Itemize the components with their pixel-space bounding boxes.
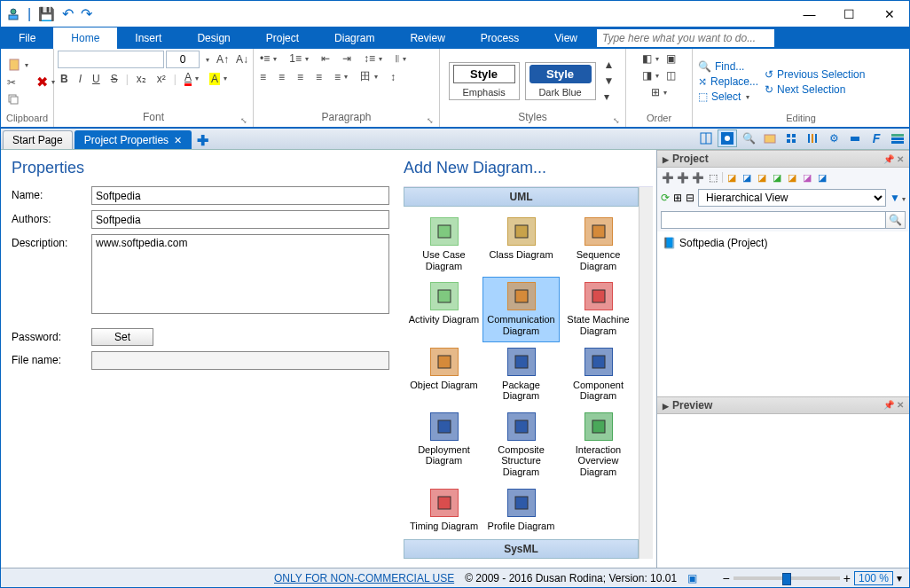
next-selection-button[interactable]: ↻Next Selection	[763, 82, 867, 97]
close-button[interactable]: ✕	[869, 1, 909, 27]
menu-design[interactable]: Design	[179, 27, 247, 49]
close-icon[interactable]: ✕	[174, 135, 182, 146]
menu-diagram[interactable]: Diagram	[317, 27, 392, 49]
zoom-in-button[interactable]: +	[843, 571, 851, 585]
style-up-icon[interactable]: ▲	[601, 57, 617, 73]
name-input[interactable]	[91, 186, 389, 205]
search-icon[interactable]: 🔍	[886, 211, 906, 229]
tree-expand-icon[interactable]: ⊞	[673, 192, 682, 204]
decrease-font-icon[interactable]: A↓	[233, 51, 251, 67]
diagram-item[interactable]: Activity Diagram	[405, 277, 482, 341]
increase-font-icon[interactable]: A↑	[214, 51, 231, 67]
project-tree[interactable]: 📘 Softpedia (Project)	[657, 231, 909, 396]
borders-button[interactable]: 田	[357, 67, 380, 86]
align-right-icon[interactable]: ≡	[294, 69, 306, 85]
menu-view[interactable]: View	[537, 27, 595, 49]
highlight-button[interactable]: A	[207, 71, 230, 87]
panel-icon-10[interactable]	[888, 129, 907, 147]
diagram-item[interactable]: Interaction Overview Diagram	[560, 407, 637, 483]
align-v-button[interactable]: ≡	[332, 69, 350, 85]
diagram-item[interactable]: Sequence Diagram	[560, 212, 637, 277]
tree-collapse-icon[interactable]: ⊟	[686, 192, 694, 204]
bullets-button[interactable]: •≡	[257, 51, 279, 67]
pt-icon-11[interactable]: ◪	[815, 170, 829, 184]
pt-icon-3[interactable]: ➕	[691, 170, 705, 184]
refresh-icon[interactable]: ⟳	[661, 192, 670, 204]
description-input[interactable]: www.softpedia.com	[91, 234, 389, 314]
project-search-input[interactable]	[661, 211, 886, 229]
font-color-button[interactable]: A	[182, 69, 201, 88]
diagram-item[interactable]: Profile Diagram	[482, 483, 560, 537]
ungroup-icon[interactable]: ◫	[663, 67, 679, 83]
font-size-dropdown[interactable]	[201, 54, 212, 66]
menu-home[interactable]: Home	[53, 27, 117, 49]
style-emphasis[interactable]: Style Emphasis	[449, 62, 520, 100]
style-dark-blue[interactable]: Style Dark Blue	[525, 62, 596, 100]
find-button[interactable]: 🔍Find...	[696, 59, 760, 74]
panel-icon-4[interactable]	[760, 129, 780, 147]
pt-icon-4[interactable]: ⬚	[706, 170, 720, 184]
diagram-item[interactable]: Composite Structure Diagram	[482, 407, 560, 483]
pt-icon-2[interactable]: ➕	[676, 170, 690, 184]
diagram-item[interactable]: Communication Diagram	[482, 277, 560, 341]
panel-icon-5[interactable]	[781, 129, 801, 147]
panel-icon-2[interactable]	[718, 129, 737, 147]
paste-button[interactable]	[4, 56, 31, 74]
diagram-item[interactable]: Component Diagram	[560, 342, 637, 407]
select-button[interactable]: ⬚Select	[696, 90, 760, 104]
panel-icon-8[interactable]	[845, 129, 865, 147]
italic-button[interactable]: I	[76, 71, 84, 87]
font-name-input[interactable]	[58, 51, 164, 68]
align-left-icon[interactable]: ≡	[257, 69, 269, 85]
menu-file[interactable]: File	[1, 27, 53, 49]
panel-icon-7[interactable]: ⚙	[824, 129, 843, 147]
minimize-button[interactable]: —	[789, 1, 829, 27]
style-down-icon[interactable]: ▼	[601, 73, 617, 89]
copy-icon[interactable]	[4, 91, 31, 107]
zoom-dropdown[interactable]: ▾	[897, 572, 902, 584]
line-spacing-button[interactable]: ↕≡	[361, 51, 385, 67]
license-link[interactable]: ONLY FOR NON-COMMERCIAL USE	[274, 572, 454, 584]
align-center-icon[interactable]: ≡	[276, 69, 287, 85]
superscript-icon[interactable]: x²	[154, 71, 169, 87]
menu-insert[interactable]: Insert	[117, 27, 179, 49]
panel-icon-9[interactable]: F	[867, 129, 886, 147]
pt-icon-7[interactable]: ◪	[755, 170, 769, 184]
sort-icon[interactable]: ↕	[388, 69, 398, 85]
redo-icon[interactable]: ↷	[81, 5, 92, 22]
authors-input[interactable]	[91, 210, 389, 229]
replace-button[interactable]: ⤭Replace...	[696, 74, 760, 89]
cut-icon[interactable]: ✂	[4, 74, 31, 90]
align-objects-button[interactable]: ⊞	[648, 84, 670, 100]
filter-icon[interactable]: ▼	[890, 192, 906, 204]
subscript-icon[interactable]: x₂	[134, 71, 149, 87]
diagram-item[interactable]: State Machine Diagram	[560, 277, 637, 341]
strike-button[interactable]: S	[108, 71, 121, 87]
pt-icon-8[interactable]: ◪	[770, 170, 784, 184]
add-tab-button[interactable]: ✚	[192, 132, 214, 149]
menu-process[interactable]: Process	[463, 27, 537, 49]
maximize-button[interactable]: ☐	[829, 1, 869, 27]
diagram-item[interactable]: Class Diagram	[482, 212, 560, 277]
pt-icon-6[interactable]: ◪	[740, 170, 754, 184]
diagram-item[interactable]: Deployment Diagram	[405, 407, 482, 483]
panel-icon-6[interactable]	[803, 129, 822, 147]
menu-project[interactable]: Project	[248, 27, 317, 49]
diagram-item[interactable]: Use Case Diagram	[405, 212, 482, 277]
bold-button[interactable]: B	[58, 71, 71, 87]
save-icon[interactable]: 💾	[38, 6, 55, 22]
project-panel-header[interactable]: Project📌 ✕	[657, 150, 909, 168]
undo-icon[interactable]: ↶	[62, 5, 74, 22]
diagram-item[interactable]: Package Diagram	[482, 342, 560, 407]
numbering-button[interactable]: 1≡	[286, 51, 311, 67]
uml-section-header[interactable]: UML	[404, 187, 639, 207]
tab-start-page[interactable]: Start Page	[3, 130, 73, 149]
password-set-button[interactable]: Set	[91, 328, 153, 346]
group-icon[interactable]: ▣	[663, 51, 679, 67]
indent-increase-icon[interactable]: ⇥	[340, 51, 354, 67]
indent-decrease-icon[interactable]: ⇤	[318, 51, 333, 67]
zoom-out-button[interactable]: −	[723, 571, 730, 585]
font-size-input[interactable]	[166, 51, 200, 68]
send-backward-button[interactable]: ◨	[639, 67, 662, 83]
zoom-value[interactable]: 100 %	[854, 571, 893, 585]
